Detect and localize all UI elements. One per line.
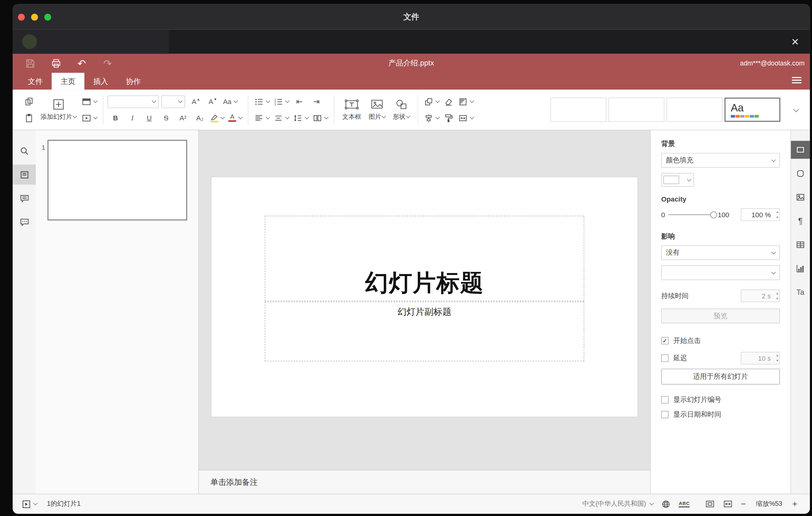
minimize-window-button[interactable]	[31, 13, 38, 20]
effect-select[interactable]: 没有	[661, 245, 780, 260]
zoom-in-button[interactable]: +	[792, 499, 797, 509]
undo-button[interactable]: ↶	[76, 57, 88, 69]
duration-spinner[interactable]: ▴▾	[777, 291, 778, 301]
italic-button[interactable]: I	[124, 111, 140, 124]
image-settings-tab[interactable]	[791, 188, 810, 206]
copy-style-button[interactable]	[441, 111, 457, 124]
start-on-click-checkbox[interactable]: ✓	[661, 337, 669, 344]
align-shapes-button[interactable]	[422, 111, 441, 124]
save-button[interactable]	[24, 57, 36, 69]
font-size-combo[interactable]	[161, 95, 185, 108]
effect-type-select[interactable]	[661, 265, 780, 280]
spin-up-icon[interactable]: ▴	[777, 353, 778, 358]
slide-thumbnail-1[interactable]	[48, 140, 187, 220]
delay-input[interactable]: 10 s ▴▾	[741, 352, 780, 365]
opacity-slider-knob[interactable]	[710, 211, 717, 218]
comments-button[interactable]	[13, 188, 36, 208]
feedback-button[interactable]	[13, 212, 36, 232]
fit-to-slide-button[interactable]	[705, 499, 715, 509]
theme-blank-2[interactable]	[608, 97, 664, 122]
copy-button[interactable]	[21, 95, 37, 108]
paste-button[interactable]	[21, 111, 37, 124]
insert-image-button[interactable]: 图片	[365, 90, 389, 130]
zoom-level[interactable]: 缩放%53	[754, 500, 784, 509]
redo-button[interactable]: ↷	[102, 57, 114, 69]
decrease-indent-button[interactable]: ⇤	[292, 95, 307, 108]
tab-insert[interactable]: 插入	[84, 73, 117, 90]
table-settings-tab[interactable]	[791, 236, 810, 254]
subtitle-placeholder[interactable]: 幻灯片副标题	[265, 302, 584, 362]
show-date-time-checkbox[interactable]	[661, 411, 669, 418]
columns-button[interactable]	[311, 111, 329, 124]
paragraph-settings-tab[interactable]: ¶	[791, 212, 810, 230]
fit-to-width-button[interactable]	[723, 499, 733, 509]
clear-style-button[interactable]	[441, 95, 457, 108]
strikeout-button[interactable]: S	[158, 111, 174, 124]
subscript-button[interactable]: A₂	[192, 111, 208, 124]
bold-button[interactable]: B	[108, 111, 123, 124]
spin-down-icon[interactable]: ▾	[777, 296, 778, 301]
menu-icon[interactable]	[792, 77, 802, 85]
spin-down-icon[interactable]: ▾	[777, 215, 778, 220]
superscript-button[interactable]: A²	[175, 111, 191, 124]
set-language-button[interactable]	[662, 499, 671, 509]
tab-home[interactable]: 主页	[52, 73, 84, 90]
start-slideshow-button[interactable]	[80, 111, 99, 124]
add-slide-button[interactable]: 添加幻灯片	[37, 90, 80, 130]
print-button[interactable]	[50, 57, 62, 69]
delay-checkbox[interactable]	[661, 354, 669, 362]
spin-down-icon[interactable]: ▾	[777, 358, 778, 363]
change-case-button[interactable]: Aa	[222, 95, 239, 108]
theme-gallery-expand-button[interactable]	[788, 103, 803, 117]
arrange-shapes-button[interactable]	[422, 95, 441, 108]
theme-blank-1[interactable]	[550, 97, 606, 122]
fill-color-select[interactable]	[661, 173, 694, 187]
opacity-input[interactable]: 100 % ▴▾	[741, 208, 780, 221]
slide-canvas[interactable]: 幻灯片标题 幻灯片副标题	[211, 177, 637, 417]
theme-blank-3[interactable]	[666, 97, 722, 122]
duration-input[interactable]: 2 s ▴▾	[741, 289, 780, 302]
spin-up-icon[interactable]: ▴	[777, 291, 778, 296]
theme-selected[interactable]: Aa	[724, 97, 780, 122]
title-placeholder[interactable]: 幻灯片标题	[265, 216, 584, 301]
canvas-area[interactable]: 幻灯片标题 幻灯片副标题	[199, 130, 650, 470]
slides-panel-button[interactable]	[13, 165, 36, 184]
line-spacing-button[interactable]	[292, 111, 310, 124]
slide-settings-tab[interactable]	[791, 141, 810, 159]
numbered-list-button[interactable]: 123	[272, 95, 291, 108]
slide-layout-button[interactable]	[80, 95, 99, 108]
zoom-window-button[interactable]	[45, 13, 51, 20]
notes-area[interactable]: 单击添加备注	[199, 470, 650, 494]
close-icon[interactable]: ×	[787, 33, 804, 51]
spellcheck-button[interactable]: ABC	[679, 500, 690, 507]
fill-type-select[interactable]: 颜色填充	[661, 153, 780, 168]
language-select[interactable]: 中文(中华人民共和国)	[582, 500, 654, 509]
vertical-align-button[interactable]	[272, 111, 291, 124]
show-slide-number-checkbox[interactable]	[661, 396, 669, 404]
bullet-list-button[interactable]	[253, 95, 271, 108]
highlight-color-button[interactable]	[209, 111, 226, 124]
textart-settings-tab[interactable]: Ta	[791, 283, 810, 301]
spin-up-icon[interactable]: ▴	[777, 209, 778, 215]
increase-font-button[interactable]: A▴	[187, 95, 203, 108]
tab-file[interactable]: 文件	[19, 73, 52, 90]
opacity-slider[interactable]	[668, 214, 715, 215]
font-name-combo[interactable]	[108, 95, 159, 108]
horizontal-align-button[interactable]	[253, 111, 271, 124]
apply-to-all-slides-button[interactable]: 适用于所有幻灯片	[661, 369, 780, 384]
close-window-button[interactable]	[18, 13, 25, 20]
insert-shape-button[interactable]: 形状	[389, 90, 413, 130]
insert-textbox-button[interactable]: 文本框	[339, 90, 365, 130]
start-slideshow-status-button[interactable]	[20, 498, 38, 511]
shape-settings-tab[interactable]	[791, 165, 810, 182]
delay-spinner[interactable]: ▴▾	[777, 353, 778, 363]
increase-indent-button[interactable]: ⇥	[309, 95, 324, 108]
preview-button[interactable]: 预览	[661, 309, 780, 323]
decrease-font-button[interactable]: A▾	[205, 95, 220, 108]
tab-collaboration[interactable]: 协作	[117, 73, 150, 90]
slide-size-button[interactable]	[457, 111, 475, 124]
font-color-button[interactable]: A	[227, 111, 244, 124]
color-scheme-button[interactable]	[457, 95, 475, 108]
zoom-out-button[interactable]: −	[741, 499, 746, 509]
chart-settings-tab[interactable]	[791, 260, 810, 278]
